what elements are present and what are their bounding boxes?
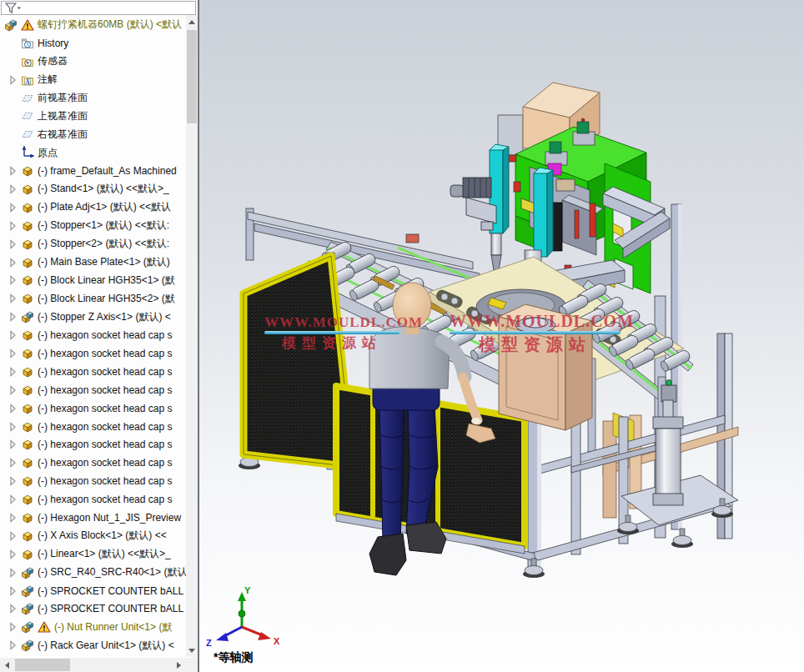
tree-item-label: (-) hexagon socket head cap s bbox=[38, 494, 186, 505]
tree-item[interactable]: (-) Hexagon Nut_1_JIS_Preview bbox=[0, 509, 186, 527]
scroll-left-button[interactable] bbox=[0, 658, 13, 672]
expand-arrow-icon[interactable] bbox=[4, 602, 21, 615]
tree-item[interactable]: (-) hexagon socket head cap s bbox=[0, 454, 186, 472]
tree-item[interactable]: (-) hexagon socket head cap s bbox=[0, 472, 186, 490]
scroll-right-button[interactable] bbox=[172, 658, 185, 672]
tree-item-label: (-) Linear<1> (默认) <<默认>_ bbox=[38, 547, 186, 561]
history-icon bbox=[21, 37, 35, 50]
expand-arrow-icon[interactable] bbox=[4, 493, 21, 506]
tree-item[interactable]: (-) Main Base Plate<1> (默认) bbox=[0, 253, 186, 272]
expand-arrow-icon[interactable] bbox=[4, 310, 21, 323]
expand-arrow-icon[interactable] bbox=[4, 402, 21, 415]
expand-arrow-icon[interactable] bbox=[4, 456, 21, 469]
tree-item[interactable]: (-) X Axis Block<1> (默认) << bbox=[0, 527, 186, 545]
tree-item[interactable]: (-) SPROCKET COUNTER bALL bbox=[0, 600, 186, 619]
expand-arrow-icon[interactable] bbox=[4, 328, 21, 342]
expand-arrow-icon[interactable] bbox=[4, 183, 21, 196]
graphics-viewport[interactable]: Y X Z WWW.MOULDL.COM 模型资源站 WWW.MOULDL.CO… bbox=[199, 0, 804, 672]
tree-item[interactable]: 传感器 bbox=[0, 53, 186, 71]
arrow-spacer bbox=[4, 37, 21, 50]
tree-item[interactable]: 上视基准面 bbox=[0, 107, 186, 125]
part-icon bbox=[21, 183, 35, 196]
tree-item[interactable]: 原点 bbox=[0, 143, 186, 162]
expand-arrow-icon[interactable] bbox=[4, 201, 21, 214]
svg-text:A: A bbox=[25, 78, 30, 85]
tree-item[interactable]: (-) hexagon socket head cap s bbox=[0, 435, 186, 454]
expand-arrow-icon[interactable] bbox=[4, 474, 21, 488]
tree-item-label: (-) Block Linear HGH35<1> (默 bbox=[38, 273, 186, 288]
control-box bbox=[499, 304, 592, 430]
expand-arrow-icon[interactable] bbox=[4, 511, 21, 524]
tree-item[interactable]: (-) Rack Gear Unit<1> (默认) < bbox=[0, 636, 186, 654]
scroll-down-button[interactable] bbox=[186, 644, 198, 657]
tree-item-label: (-) Main Base Plate<1> (默认) bbox=[38, 255, 186, 269]
tree-item-label: 右视基准面 bbox=[38, 128, 186, 142]
tree-item[interactable]: (-) Block Linear HGH35<1> (默 bbox=[0, 271, 186, 289]
expand-arrow-icon[interactable] bbox=[4, 292, 21, 305]
tree-item[interactable]: 螺钉拧紧机器60MB (默认) <默认 bbox=[0, 16, 186, 34]
tree-item-label: (-) hexagon socket head cap s bbox=[38, 475, 186, 487]
tree-item[interactable]: (-) Stand<1> (默认) <<默认>_ bbox=[0, 180, 186, 198]
tree-item[interactable]: (-) Plate Adj<1> (默认) <<默认 bbox=[0, 198, 186, 217]
expand-arrow-icon[interactable] bbox=[4, 273, 21, 287]
expand-arrow-icon[interactable] bbox=[4, 566, 21, 579]
expand-arrow-icon[interactable] bbox=[4, 438, 21, 451]
part-icon bbox=[21, 438, 35, 451]
tree-item[interactable]: (-) hexagon socket head cap s bbox=[0, 381, 186, 399]
tree-item[interactable]: (-) Linear<1> (默认) <<默认>_ bbox=[0, 545, 186, 564]
tree-item[interactable]: (-) Block Linear HGH35<2> (默 bbox=[0, 289, 186, 308]
plane-icon bbox=[21, 92, 35, 105]
mannequin-torso bbox=[369, 327, 450, 389]
tree-item-label: 传感器 bbox=[38, 54, 186, 68]
expand-arrow-icon[interactable] bbox=[4, 219, 21, 233]
assembly-icon bbox=[4, 18, 18, 32]
expand-arrow-icon[interactable] bbox=[4, 420, 21, 434]
tree-item[interactable]: (-) Nut Runner Unit<1> (默 bbox=[0, 618, 186, 636]
tree-item[interactable]: History bbox=[0, 34, 186, 53]
assembly-icon bbox=[21, 620, 35, 634]
part-icon bbox=[21, 238, 35, 251]
tree-item[interactable]: (-) Stopper Z Axis<1> (默认) < bbox=[0, 308, 186, 326]
tree-vertical-scrollbar[interactable] bbox=[186, 15, 198, 657]
expand-arrow-icon[interactable] bbox=[4, 584, 21, 598]
tree-horizontal-scrollbar[interactable] bbox=[0, 658, 185, 672]
tree-item[interactable]: (-) SPROCKET COUNTER bALL bbox=[0, 582, 186, 600]
expand-arrow-icon[interactable] bbox=[4, 73, 21, 87]
tree-item[interactable]: (-) hexagon socket head cap s bbox=[0, 399, 186, 418]
triad-y-label: Y bbox=[244, 585, 251, 595]
expand-arrow-icon[interactable] bbox=[4, 384, 21, 397]
tree-item[interactable]: (-) hexagon socket head cap s bbox=[0, 344, 186, 363]
vertical-scroll-thumb[interactable] bbox=[187, 30, 197, 123]
scroll-up-button[interactable] bbox=[186, 15, 198, 28]
tree-filter-input[interactable] bbox=[23, 2, 195, 14]
expand-arrow-icon[interactable] bbox=[4, 256, 21, 269]
horizontal-scroll-thumb[interactable] bbox=[15, 659, 70, 671]
expand-arrow-icon[interactable] bbox=[4, 347, 21, 360]
tree-item[interactable]: (-) hexagon socket head cap s bbox=[0, 363, 186, 381]
tree-item[interactable]: 右视基准面 bbox=[0, 125, 186, 143]
tree-item[interactable]: (-) hexagon socket head cap s bbox=[0, 490, 186, 509]
tree-item[interactable]: (-) SRC_R40_SRC-R40<1> (默认 bbox=[0, 564, 186, 582]
tree-item[interactable]: 前视基准面 bbox=[0, 89, 186, 108]
tree-item[interactable]: (-) Stopper<1> (默认) <<默认: bbox=[0, 217, 186, 235]
part-icon bbox=[21, 384, 35, 397]
tree-item[interactable]: (-) frame_Default_As Machined bbox=[0, 162, 186, 180]
part-icon bbox=[21, 365, 35, 379]
tree-item[interactable]: (-) Stopper<2> (默认) <<默认: bbox=[0, 235, 186, 253]
part-icon bbox=[21, 456, 35, 469]
expand-arrow-icon[interactable] bbox=[4, 639, 21, 652]
expand-arrow-icon[interactable] bbox=[4, 238, 21, 251]
tree-item[interactable]: (-) hexagon socket head cap s bbox=[0, 418, 186, 436]
tree-item[interactable]: (-) hexagon socket head cap s bbox=[0, 326, 186, 344]
expand-arrow-icon[interactable] bbox=[4, 529, 21, 543]
expand-arrow-icon[interactable] bbox=[4, 365, 21, 379]
assembly-icon bbox=[21, 310, 35, 323]
expand-arrow-icon[interactable] bbox=[4, 620, 21, 634]
filter-funnel-icon[interactable] bbox=[4, 2, 23, 15]
warning-icon bbox=[38, 620, 52, 634]
tree-item[interactable]: A注解 bbox=[0, 71, 186, 89]
expand-arrow-icon[interactable] bbox=[4, 548, 21, 561]
triad-z-label: Z bbox=[206, 638, 212, 648]
expand-arrow-icon[interactable] bbox=[4, 164, 21, 178]
tree-filter-box[interactable] bbox=[1, 1, 196, 15]
